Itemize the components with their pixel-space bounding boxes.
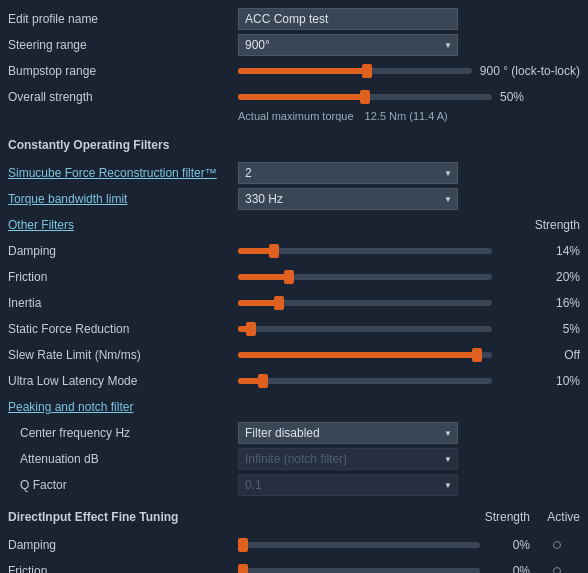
di-damping-thumb[interactable] (238, 538, 248, 552)
q-factor-row: Q Factor 0.1 (8, 472, 580, 498)
strength-column-header: Strength (500, 218, 580, 232)
inertia-thumb[interactable] (274, 296, 284, 310)
di-friction-active (530, 564, 580, 573)
attenuation-select-wrapper: Infinite (notch filter) (238, 448, 458, 470)
q-factor-label: Q Factor (20, 478, 238, 492)
di-friction-track (238, 568, 480, 573)
torque-bandwidth-label[interactable]: Torque bandwidth limit (8, 192, 238, 206)
damping-value: 14% (500, 244, 580, 258)
attenuation-row: Attenuation dB Infinite (notch filter) (8, 446, 580, 472)
slew-rate-row: Slew Rate Limit (Nm/ms) Off (8, 342, 580, 368)
actual-torque-value: 12.5 Nm (11.4 A) (365, 110, 448, 122)
simucube-filter-select[interactable]: 2 (238, 162, 458, 184)
ultra-low-latency-label: Ultra Low Latency Mode (8, 374, 238, 388)
inertia-label: Inertia (8, 296, 238, 310)
center-freq-select[interactable]: Filter disabled (238, 422, 458, 444)
center-freq-label: Center frequency Hz (20, 426, 238, 440)
center-freq-row: Center frequency Hz Filter disabled (8, 420, 580, 446)
static-force-track (238, 326, 492, 332)
friction-slider[interactable] (238, 270, 492, 284)
q-factor-select-wrapper: 0.1 (238, 474, 458, 496)
bumpstop-value: 900 ° (lock-to-lock) (480, 64, 580, 78)
bumpstop-slider[interactable] (238, 64, 472, 78)
di-friction-label: Friction (8, 564, 238, 573)
slew-rate-fill (238, 352, 477, 358)
other-filters-label[interactable]: Other Filters (8, 218, 238, 232)
torque-bandwidth-select[interactable]: 330 Hz (238, 188, 458, 210)
bumpstop-fill (238, 68, 367, 74)
friction-label: Friction (8, 270, 238, 284)
di-friction-active-dot[interactable] (553, 567, 561, 573)
static-force-thumb[interactable] (246, 322, 256, 336)
damping-thumb[interactable] (269, 244, 279, 258)
slew-rate-slider[interactable] (238, 348, 492, 362)
di-damping-active-dot[interactable] (553, 541, 561, 549)
friction-fill (238, 274, 289, 280)
inertia-row: Inertia 16% (8, 290, 580, 316)
steering-range-row: Steering range 900° (8, 32, 580, 58)
ultra-low-latency-row: Ultra Low Latency Mode 10% (8, 368, 580, 394)
ultra-low-latency-track (238, 378, 492, 384)
steering-range-select-wrapper[interactable]: 900° (238, 34, 458, 56)
overall-strength-value: 50% (500, 90, 580, 104)
q-factor-select: 0.1 (238, 474, 458, 496)
constantly-operating-section: Constantly Operating Filters (8, 132, 580, 158)
friction-track (238, 274, 492, 280)
bumpstop-thumb[interactable] (362, 64, 372, 78)
di-damping-value: 0% (480, 538, 530, 552)
static-force-slider[interactable] (238, 322, 492, 336)
slew-rate-label: Slew Rate Limit (Nm/ms) (8, 348, 238, 362)
inertia-track (238, 300, 492, 306)
overall-strength-row: Overall strength 50% (8, 84, 580, 110)
overall-strength-thumb[interactable] (360, 90, 370, 104)
simucube-filter-row: Simucube Force Reconstruction filter™ 2 (8, 160, 580, 186)
slew-rate-thumb[interactable] (472, 348, 482, 362)
peaking-notch-row: Peaking and notch filter (8, 394, 580, 420)
damping-row: Damping 14% (8, 238, 580, 264)
bumpstop-row: Bumpstop range 900 ° (lock-to-lock) (8, 58, 580, 84)
inertia-value: 16% (500, 296, 580, 310)
overall-strength-slider[interactable] (238, 90, 492, 104)
directinput-section: DirectInput Effect Fine Tuning Strength … (8, 504, 580, 530)
friction-thumb[interactable] (284, 270, 294, 284)
simucube-filter-select-wrapper[interactable]: 2 (238, 162, 458, 184)
ultra-low-latency-value: 10% (500, 374, 580, 388)
ultra-low-latency-thumb[interactable] (258, 374, 268, 388)
other-filters-header-row: Other Filters Strength (8, 212, 580, 238)
di-damping-track (238, 542, 480, 548)
static-force-label: Static Force Reduction (8, 322, 238, 336)
bumpstop-track (238, 68, 472, 74)
directinput-header: DirectInput Effect Fine Tuning (8, 510, 238, 524)
peaking-notch-label[interactable]: Peaking and notch filter (8, 400, 238, 414)
simucube-filter-label[interactable]: Simucube Force Reconstruction filter™ (8, 166, 238, 180)
di-damping-slider[interactable] (238, 538, 480, 552)
attenuation-select: Infinite (notch filter) (238, 448, 458, 470)
profile-name-input[interactable] (238, 8, 458, 30)
ultra-low-latency-slider[interactable] (238, 374, 492, 388)
steering-range-label: Steering range (8, 38, 238, 52)
center-freq-select-wrapper[interactable]: Filter disabled (238, 422, 458, 444)
slew-rate-value: Off (500, 348, 580, 362)
di-damping-row: Damping 0% (8, 532, 580, 558)
actual-torque-row: Actual maximum torque 12.5 Nm (11.4 A) (8, 110, 580, 126)
overall-strength-track (238, 94, 492, 100)
damping-track (238, 248, 492, 254)
bumpstop-label: Bumpstop range (8, 64, 238, 78)
di-strength-header: Strength (480, 510, 530, 524)
damping-slider[interactable] (238, 244, 492, 258)
inertia-slider[interactable] (238, 296, 492, 310)
static-force-row: Static Force Reduction 5% (8, 316, 580, 342)
attenuation-label: Attenuation dB (20, 452, 238, 466)
profile-name-row: Edit profile name (8, 6, 580, 32)
static-force-value: 5% (500, 322, 580, 336)
overall-strength-fill (238, 94, 365, 100)
steering-range-select[interactable]: 900° (238, 34, 458, 56)
slew-rate-track (238, 352, 492, 358)
di-damping-label: Damping (8, 538, 238, 552)
di-friction-slider[interactable] (238, 564, 480, 573)
di-friction-thumb[interactable] (238, 564, 248, 573)
damping-label: Damping (8, 244, 238, 258)
torque-bandwidth-select-wrapper[interactable]: 330 Hz (238, 188, 458, 210)
inertia-fill (238, 300, 279, 306)
overall-strength-label: Overall strength (8, 90, 238, 104)
